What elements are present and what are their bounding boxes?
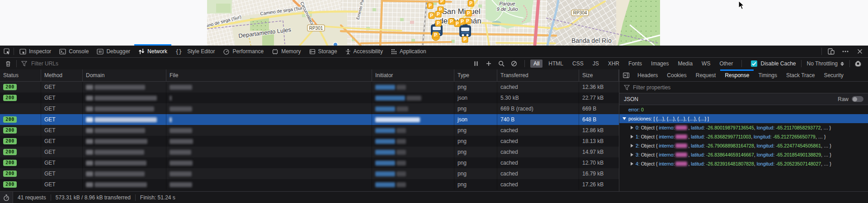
filter-icon (624, 85, 630, 90)
svg-text:P: P (461, 19, 464, 24)
type-filter-xhr[interactable]: XHR (605, 60, 623, 68)
column-header-file[interactable]: File (166, 69, 372, 81)
devtools-tab-accessibility[interactable]: Accessibility (341, 46, 387, 57)
request-row[interactable]: 200 GET png cached 12.86 kB (0, 125, 619, 136)
parking-marker[interactable]: P (466, 10, 472, 16)
column-header-domain[interactable]: Domain (83, 69, 166, 81)
devtools-tab-network[interactable]: Network (134, 46, 171, 57)
devtools-tab-console[interactable]: Console (55, 46, 93, 57)
details-tab-timings[interactable]: Timings (754, 69, 782, 81)
raw-toggle[interactable] (852, 96, 863, 102)
devtools-tab-storage[interactable]: Storage (305, 46, 341, 57)
pause-icon[interactable] (470, 59, 482, 69)
sidebar-toggle-icon[interactable] (619, 73, 633, 78)
request-row[interactable]: 200 GET png cached 12.36 kB (0, 82, 619, 92)
map-label-city-1: San Miguel (442, 7, 480, 16)
devtools-tab-application[interactable]: Application (387, 46, 430, 57)
json-item-row[interactable]: 1: Object { interno:, latitud: -26.83682… (619, 132, 868, 141)
status-badge: 200 (3, 171, 17, 177)
json-item-row[interactable]: 0: Object { interno:, latitud: -26.80019… (619, 123, 868, 132)
details-tab-response[interactable]: Response (720, 69, 754, 81)
details-tab-stack-trace[interactable]: Stack Trace (782, 69, 819, 81)
collapsed-arrow-icon (631, 144, 633, 148)
details-tabbar: HeadersCookiesRequestResponseTimingsStac… (619, 69, 868, 82)
type-filter-other[interactable]: Other (716, 60, 736, 68)
json-item-row[interactable]: 3: Object { interno:, latitud: -26.83864… (619, 150, 868, 159)
requests-count: 41 requests (13, 194, 51, 201)
table-header[interactable]: StatusMethodDomainFileInitiatorTypeTrans… (0, 69, 619, 82)
column-header-initiator[interactable]: Initiator (372, 69, 454, 81)
filter-urls-input[interactable]: Filter URLs (31, 60, 58, 67)
devtools-tab-inspector[interactable]: Inspector (15, 46, 55, 57)
parking-marker[interactable]: P (468, 0, 474, 6)
json-section-header[interactable]: JSON Raw (619, 93, 868, 105)
pick-element-icon[interactable] (1, 46, 12, 56)
parking-marker[interactable]: P (429, 13, 434, 18)
status-badge: 200 (3, 95, 17, 101)
close-devtools-icon[interactable] (854, 46, 865, 56)
type-filter-css[interactable]: CSS (569, 60, 587, 68)
parking-marker[interactable]: P (435, 20, 441, 26)
parking-marker[interactable]: P (465, 18, 471, 24)
parking-marker[interactable]: P (427, 3, 433, 9)
parking-marker[interactable]: P (448, 18, 454, 24)
disable-cache-checkbox[interactable]: Disable Cache (751, 60, 796, 67)
devtools-tab-performance[interactable]: Performance (219, 46, 268, 57)
collapsed-arrow-icon (631, 162, 633, 166)
devtools-menu-icon[interactable] (840, 46, 851, 56)
add-request-icon[interactable] (482, 59, 495, 69)
type-filter-images[interactable]: Images (648, 60, 672, 68)
network-settings-gear-icon[interactable] (852, 59, 864, 69)
devtools-tab-memory[interactable]: Memory (268, 46, 305, 57)
details-tab-cookies[interactable]: Cookies (662, 69, 691, 81)
json-item-row[interactable]: 2: Object { interno:, latitud: -26.79068… (619, 141, 868, 150)
column-header-size[interactable]: Size (579, 69, 619, 81)
filter-properties-input[interactable]: Filter properties (619, 82, 868, 93)
request-row[interactable]: 200 GET png cached 16.79 kB (0, 168, 619, 179)
parking-marker[interactable]: P (433, 32, 439, 38)
request-row[interactable]: GET png 669 B (raced) 669 B (0, 103, 619, 114)
json-error-row[interactable]: error: 0 (619, 105, 868, 114)
parking-marker[interactable]: P (435, 11, 441, 17)
request-row[interactable]: 200 GET png cached 12.70 kB (0, 157, 619, 168)
column-header-type[interactable]: Type (454, 69, 497, 81)
column-header-method[interactable]: Method (41, 69, 83, 81)
request-row[interactable]: 200 GET png cached 17.26 kB (0, 179, 619, 190)
type-filter-fonts[interactable]: Fonts (625, 60, 645, 68)
details-tab-headers[interactable]: Headers (633, 69, 662, 81)
parking-marker[interactable]: P (439, 0, 445, 4)
type-filter-html[interactable]: HTML (545, 60, 566, 68)
devtools-tab-style-editor[interactable]: {}Style Editor (171, 46, 219, 57)
request-row[interactable]: 200 GET png cached 14.97 kB (0, 147, 619, 157)
column-header-transferred[interactable]: Transferred (497, 69, 579, 81)
road-badge-rp304: RP304 (571, 10, 589, 16)
map[interactable]: mino de sirga (Sur) Camino de sirga (Sur… (207, 0, 660, 46)
clear-requests-icon[interactable] (4, 59, 13, 69)
details-tab-security[interactable]: Security (819, 69, 848, 81)
parking-marker[interactable]: P (459, 18, 465, 24)
type-filter-ws[interactable]: WS (698, 60, 713, 68)
type-filter-media[interactable]: Media (675, 60, 696, 68)
column-header-status[interactable]: Status (0, 69, 41, 81)
transferred-size: 573.31 kB / 8.96 kB transferred (51, 194, 135, 201)
request-row[interactable]: 200 GET json 5.30 kB 22.77 kB (0, 92, 619, 103)
responsive-design-icon[interactable] (826, 46, 836, 56)
performance-analysis-icon[interactable] (0, 192, 13, 203)
filter-icon (20, 59, 28, 69)
block-icon[interactable] (508, 59, 520, 69)
json-item-row[interactable]: 4: Object { interno:, latitud: -26.82391… (619, 159, 868, 168)
details-tab-request[interactable]: Request (691, 69, 721, 81)
request-row[interactable]: 200 GET png cached 18.13 kB (0, 136, 619, 147)
devtools-tab-debugger[interactable]: Debugger (93, 46, 134, 57)
json-posiciones-row[interactable]: posiciones: [ {…}, {…}, {…}, {…}, {…} ] (619, 114, 868, 123)
type-filter-all[interactable]: All (530, 60, 542, 68)
svg-text:RP304: RP304 (573, 10, 587, 15)
search-icon[interactable] (495, 59, 508, 69)
type-filter-js[interactable]: JS (590, 60, 602, 68)
map-label-banda: Banda del Río (571, 37, 612, 44)
map-label-parque-1: Parque (499, 1, 515, 6)
request-row[interactable]: 200 GET json 740 B 648 B (0, 114, 619, 125)
parking-marker[interactable]: P (462, 37, 468, 42)
statusbar: 41 requests 573.31 kB / 8.96 kB transfer… (0, 191, 868, 203)
throttling-dropdown[interactable]: No Throttling (807, 60, 844, 67)
